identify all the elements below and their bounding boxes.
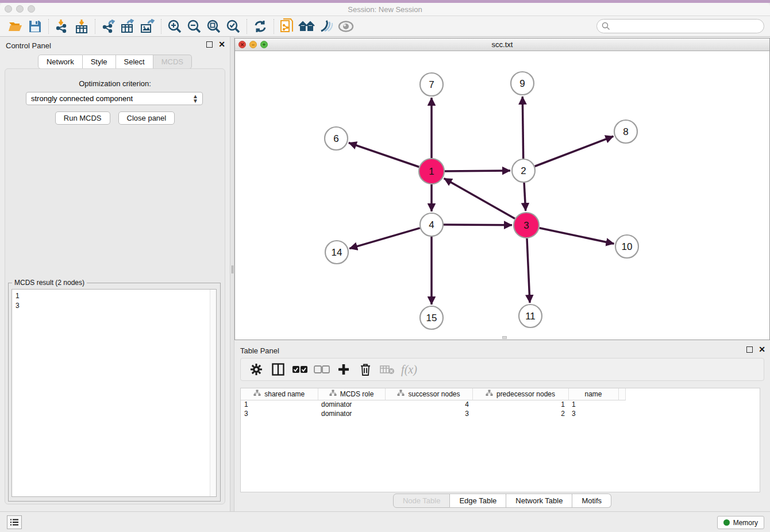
node-label-4: 4: [429, 219, 434, 230]
edge-3-11[interactable]: [527, 238, 530, 303]
edge-2-8[interactable]: [535, 136, 614, 166]
memory-button[interactable]: Memory: [717, 516, 764, 529]
chevron-updown-icon: ▲▼: [192, 94, 198, 103]
vertical-splitter[interactable]: [230, 37, 234, 511]
splitter-grip-icon: [232, 265, 233, 273]
mcds-result-values: 1 3: [12, 290, 216, 313]
split-panel-icon[interactable]: [268, 360, 288, 379]
column-header-successor-nodes[interactable]: successor nodes: [385, 388, 472, 400]
zoom-out-icon[interactable]: [184, 18, 204, 35]
table-tabs: Node TableEdge TableNetwork TableMotifs: [234, 494, 770, 508]
float-panel-icon[interactable]: [746, 346, 753, 353]
run-mcds-button[interactable]: Run MCDS: [55, 111, 110, 125]
edge-3-1[interactable]: [444, 178, 515, 218]
column-header-MCDS-role[interactable]: MCDS role: [318, 388, 385, 400]
node-label-7: 7: [429, 79, 434, 90]
zoom-fit-icon[interactable]: [204, 18, 224, 35]
tab-edge-table[interactable]: Edge Table: [450, 494, 506, 508]
select-all-icon[interactable]: [290, 360, 310, 379]
save-session-icon[interactable]: [25, 18, 45, 35]
float-panel-icon[interactable]: [206, 41, 213, 48]
main-area: Control Panel ✕ NetworkStyleSelectMCDS O…: [0, 37, 770, 511]
application-window: Session: New Session: [0, 0, 770, 532]
edge-4-14[interactable]: [349, 228, 420, 249]
memory-status-icon: [723, 519, 730, 526]
tab-style[interactable]: Style: [83, 55, 116, 69]
tab-mcds[interactable]: MCDS: [153, 55, 192, 69]
sort-hierarchy-icon: [253, 390, 261, 398]
column-header-name[interactable]: name: [568, 388, 618, 400]
table-row[interactable]: 1dominator411: [241, 400, 625, 409]
import-network-icon[interactable]: [52, 18, 72, 35]
zoom-in-icon[interactable]: [165, 18, 184, 35]
control-panel: Control Panel ✕ NetworkStyleSelectMCDS O…: [0, 37, 230, 511]
edge-2-9[interactable]: [522, 97, 523, 159]
home-icon[interactable]: [297, 18, 317, 35]
zoom-selected-icon[interactable]: [224, 18, 243, 35]
node-label-2: 2: [521, 165, 526, 176]
tab-motifs[interactable]: Motifs: [572, 494, 611, 508]
export-table-icon[interactable]: [118, 18, 138, 35]
new-network-icon[interactable]: [278, 18, 297, 35]
mcds-result-title: MCDS result (2 nodes): [12, 279, 87, 287]
network-graph[interactable]: 7968124314101511: [235, 51, 769, 340]
node-table[interactable]: shared nameMCDS rolesuccessor nodesprede…: [240, 388, 760, 492]
sort-hierarchy-icon: [397, 390, 405, 398]
edge-1-6[interactable]: [349, 143, 419, 167]
mcds-result-box: MCDS result (2 nodes) 1 3: [8, 283, 221, 502]
edge-2-3[interactable]: [524, 183, 526, 211]
close-panel-icon[interactable]: ✕: [218, 41, 225, 48]
mcds-result-area[interactable]: 1 3: [11, 289, 217, 497]
add-column-icon[interactable]: [334, 360, 353, 379]
table-panel-buttons: ✕: [746, 346, 765, 353]
network-window-titlebar[interactable]: ✕ − + scc.txt: [235, 38, 769, 51]
table-row[interactable]: 3dominator323: [241, 409, 625, 418]
result-scrollbar[interactable]: [210, 290, 216, 496]
toolbar-separator: [247, 19, 247, 34]
edge-4-3[interactable]: [444, 225, 512, 225]
node-label-14: 14: [332, 247, 342, 258]
refresh-layout-icon[interactable]: [251, 18, 270, 35]
edge-1-2[interactable]: [445, 171, 510, 171]
mcds-panel: Optimization criterion: strongly connect…: [5, 68, 225, 504]
canvas-resize-grip[interactable]: [502, 336, 507, 339]
window-title: Session: New Session: [0, 5, 770, 14]
node-label-3: 3: [523, 220, 529, 231]
tab-select[interactable]: Select: [116, 55, 153, 69]
network-canvas[interactable]: 7968124314101511: [235, 51, 769, 340]
status-bar: Memory: [0, 511, 770, 532]
settings-gear-icon[interactable]: [247, 360, 266, 379]
toolbar-separator: [95, 19, 95, 34]
export-image-icon[interactable]: [138, 18, 157, 35]
column-header-filler: [618, 388, 625, 400]
edge-3-10[interactable]: [540, 228, 614, 244]
search-icon: [602, 22, 610, 30]
toolbar-separator: [161, 19, 161, 34]
delete-column-icon[interactable]: [356, 360, 375, 379]
search-box[interactable]: [596, 19, 764, 33]
sort-hierarchy-icon: [329, 390, 337, 398]
list-icon: [10, 518, 19, 526]
close-panel-button[interactable]: Close panel: [118, 111, 175, 125]
show-panels-icon[interactable]: [336, 18, 356, 35]
open-session-icon[interactable]: [6, 18, 25, 35]
hide-panels-icon[interactable]: [317, 18, 336, 35]
column-header-predecessor-nodes[interactable]: predecessor nodes: [472, 388, 568, 400]
export-network-icon[interactable]: [99, 18, 118, 35]
deselect-all-icon[interactable]: [312, 360, 332, 379]
criterion-dropdown[interactable]: strongly connected component ▲▼: [26, 92, 203, 105]
import-table-icon[interactable]: [72, 18, 91, 35]
tab-node-table[interactable]: Node Table: [393, 494, 451, 508]
task-history-button[interactable]: [7, 515, 22, 529]
node-label-1: 1: [429, 166, 434, 177]
close-panel-icon[interactable]: ✕: [759, 346, 765, 353]
node-label-10: 10: [622, 241, 633, 252]
search-input[interactable]: [613, 22, 764, 30]
node-label-9: 9: [519, 78, 525, 89]
tab-network[interactable]: Network: [38, 55, 83, 69]
delete-table-icon: [378, 360, 397, 379]
criterion-value: strongly connected component: [31, 94, 192, 103]
toolbar-separator: [274, 19, 274, 34]
tab-network-table[interactable]: Network Table: [506, 494, 572, 508]
column-header-shared-name[interactable]: shared name: [241, 388, 318, 400]
